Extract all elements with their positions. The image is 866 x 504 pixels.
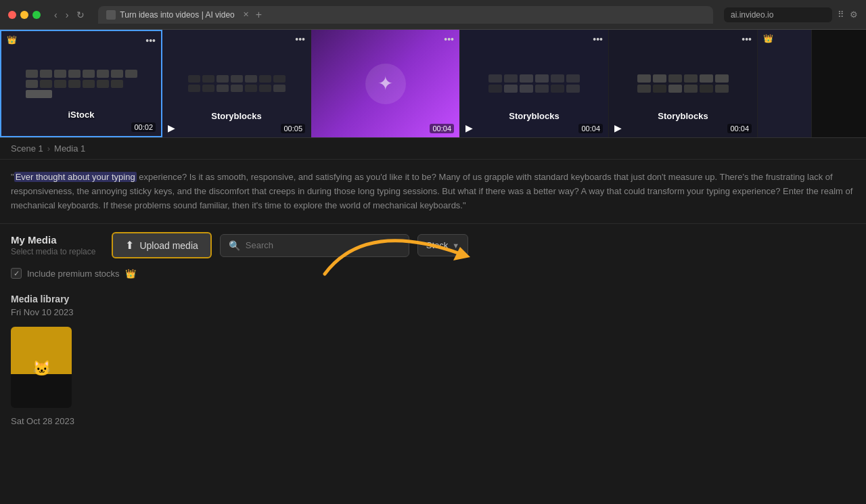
close-button[interactable] (8, 11, 16, 19)
play-icon-2[interactable]: ▶ (168, 122, 175, 133)
thumb-time-2: 00:05 (281, 124, 305, 133)
video-thumb-2[interactable]: ••• ▶ Storyblocks 00:05 (162, 30, 311, 137)
tab-favicon (106, 10, 116, 20)
play-icon-5[interactable]: ▶ (614, 122, 622, 133)
new-tab-button[interactable]: + (256, 9, 262, 21)
thumb-time-5: 00:04 (727, 124, 752, 133)
forward-button[interactable]: › (63, 8, 72, 22)
premium-checkbox[interactable]: ✓ (11, 268, 22, 279)
thumb-time-1: 00:02 (131, 122, 156, 132)
media-actions: ⬆ Upload media 🔍 Stock ▼ (112, 232, 855, 258)
media-section-header: My Media Select media to replace ⬆ Uploa… (0, 224, 866, 264)
script-highlight: Ever thought about your typing (14, 172, 137, 182)
browser-actions: ⠿ ⚙ (838, 9, 858, 20)
video-thumb-1[interactable]: 👑 ••• iStock 00:02 (0, 30, 162, 137)
traffic-lights (8, 11, 41, 19)
settings-icon[interactable]: ⚙ (850, 9, 858, 20)
my-media-subtitle: Select media to replace (11, 247, 95, 256)
play-icon-4[interactable]: ▶ (465, 122, 473, 133)
tab-close-button[interactable]: ✕ (243, 10, 249, 19)
date-label-2: Sat Oct 28 2023 (0, 408, 866, 429)
media-grid: 🐱 (0, 327, 866, 408)
breadcrumb-media[interactable]: Media 1 (54, 143, 85, 154)
more-options-icon-3[interactable]: ••• (444, 34, 454, 45)
stock-label: Stock (426, 240, 449, 250)
address-bar[interactable]: ai.invideo.io (724, 7, 832, 22)
video-thumb-6[interactable]: 👑 (758, 30, 812, 137)
crown-icon: 👑 (7, 35, 17, 45)
upload-media-button[interactable]: ⬆ Upload media (112, 232, 211, 258)
video-thumb-4[interactable]: ••• ▶ Storyblocks 00:04 (460, 30, 609, 137)
more-options-icon-2[interactable]: ••• (295, 34, 305, 45)
breadcrumb: Scene 1 › Media 1 (0, 138, 866, 160)
upload-label: Upload media (139, 240, 198, 251)
back-button[interactable]: ‹ (51, 8, 60, 22)
thumb-time-3: 00:04 (430, 124, 454, 133)
media-item-1[interactable]: 🐱 (11, 327, 72, 408)
premium-label: Include premium stocks (27, 269, 120, 279)
upload-icon: ⬆ (125, 239, 134, 252)
nav-buttons: ‹ › ↻ (51, 8, 87, 22)
video-thumb-5[interactable]: ••• ▶ Storyblocks 00:04 (609, 30, 758, 137)
media-library-title: Media library (11, 294, 855, 304)
extensions-icon[interactable]: ⠿ (838, 9, 844, 20)
search-bar: 🔍 (220, 234, 409, 257)
premium-row: ✓ Include premium stocks 👑 (0, 264, 866, 285)
thumb-label-1: iStock (68, 110, 94, 120)
video-thumb-3[interactable]: ✦ ••• 00:04 (311, 30, 460, 137)
date-label-1: Fri Nov 10 2023 (11, 307, 855, 317)
breadcrumb-separator: › (47, 143, 50, 154)
thumb-label-4: Storyblocks (509, 111, 559, 121)
thumb-label-2: Storyblocks (211, 111, 261, 121)
my-media-title: My Media (11, 234, 95, 246)
tab-bar: Turn ideas into videos | AI video ✕ + (98, 6, 713, 24)
script-area: "Ever thought about your typing experien… (0, 160, 866, 224)
my-media-title-group: My Media Select media to replace (11, 234, 95, 256)
script-text: "Ever thought about your typing experien… (11, 170, 855, 212)
more-options-icon[interactable]: ••• (145, 35, 156, 46)
breadcrumb-scene[interactable]: Scene 1 (11, 143, 43, 154)
minimize-button[interactable] (20, 11, 28, 19)
stock-dropdown[interactable]: Stock ▼ (417, 234, 468, 256)
more-options-icon-5[interactable]: ••• (742, 34, 752, 45)
chevron-down-icon: ▼ (452, 242, 459, 250)
tab-title: Turn ideas into videos | AI video (120, 10, 234, 20)
search-icon: 🔍 (229, 240, 240, 251)
more-options-icon-4[interactable]: ••• (593, 34, 603, 45)
checkmark-icon: ✓ (14, 269, 20, 278)
cat-silhouette-icon: 🐱 (32, 360, 51, 377)
browser-chrome: ‹ › ↻ Turn ideas into videos | AI video … (0, 0, 866, 30)
reload-button[interactable]: ↻ (74, 8, 87, 22)
thumb-label-5: Storyblocks (658, 111, 708, 121)
script-text-after: experience? Is it as smooth, responsive,… (11, 172, 852, 210)
media-library: Media library Fri Nov 10 2023 (0, 285, 866, 327)
thumb-time-4: 00:04 (578, 124, 603, 133)
maximize-button[interactable] (32, 11, 41, 19)
search-input[interactable] (246, 240, 401, 250)
premium-crown-icon: 👑 (125, 269, 136, 279)
video-strip: 👑 ••• iStock 00:02 ••• (0, 30, 866, 138)
